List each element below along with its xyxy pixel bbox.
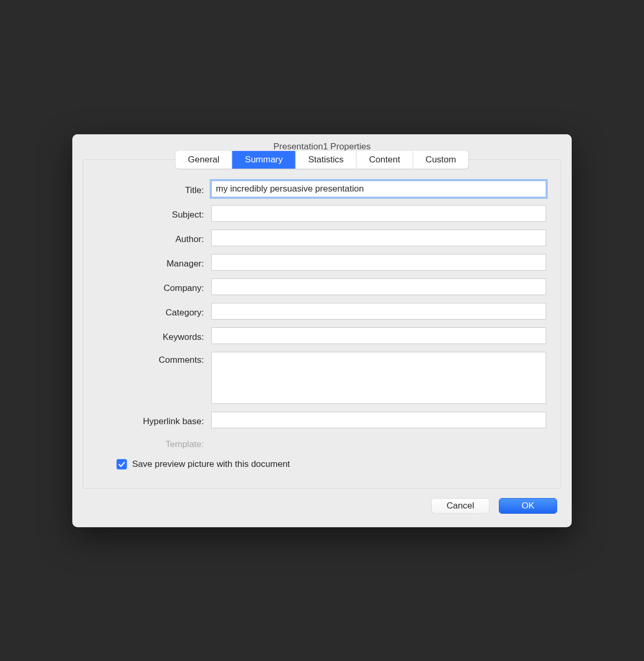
label-company: Company: — [98, 280, 211, 294]
tab-general[interactable]: General — [175, 151, 232, 169]
tab-custom[interactable]: Custom — [413, 151, 469, 169]
row-company: Company: — [98, 278, 546, 295]
label-keywords: Keywords: — [98, 329, 211, 342]
row-manager: Manager: — [98, 254, 546, 271]
checkbox-row: Save preview picture with this document — [98, 459, 546, 469]
label-manager: Manager: — [98, 256, 211, 269]
tab-content[interactable]: Content — [357, 151, 414, 169]
form-rows: Title: Subject: Author: Manager: Company… — [98, 181, 546, 450]
label-title: Title: — [98, 182, 211, 196]
ok-button[interactable]: OK — [499, 498, 557, 514]
row-comments: Comments: — [98, 352, 546, 404]
save-preview-label: Save preview picture with this document — [132, 459, 290, 469]
label-comments: Comments: — [98, 352, 211, 365]
comments-field[interactable] — [211, 352, 546, 404]
keywords-field[interactable] — [211, 327, 546, 344]
row-subject: Subject: — [98, 205, 546, 222]
check-icon — [118, 461, 125, 468]
label-template: Template: — [98, 436, 211, 450]
label-category: Category: — [98, 304, 211, 318]
manager-field[interactable] — [211, 254, 546, 271]
properties-dialog: Presentation1 Properties General Summary… — [72, 134, 572, 527]
company-field[interactable] — [211, 278, 546, 295]
row-template: Template: — [98, 436, 546, 450]
subject-field[interactable] — [211, 205, 546, 222]
author-field[interactable] — [211, 230, 546, 246]
tabbar: General Summary Statistics Content Custo… — [175, 151, 468, 169]
tab-summary[interactable]: Summary — [233, 151, 296, 169]
button-row: Cancel OK — [72, 498, 572, 527]
label-author: Author: — [98, 231, 211, 245]
hyperlink-base-field[interactable] — [211, 412, 546, 428]
save-preview-checkbox[interactable] — [117, 459, 127, 469]
row-author: Author: — [98, 230, 546, 246]
row-keywords: Keywords: — [98, 327, 546, 344]
label-hyperlink-base: Hyperlink base: — [98, 413, 211, 427]
row-hyperlink-base: Hyperlink base: — [98, 412, 546, 428]
title-field[interactable] — [211, 181, 546, 197]
tab-statistics[interactable]: Statistics — [296, 151, 357, 169]
content-frame: General Summary Statistics Content Custo… — [83, 159, 561, 489]
category-field[interactable] — [211, 303, 546, 320]
cancel-button[interactable]: Cancel — [431, 498, 490, 514]
row-category: Category: — [98, 303, 546, 320]
label-subject: Subject: — [98, 207, 211, 220]
row-title: Title: — [98, 181, 546, 197]
